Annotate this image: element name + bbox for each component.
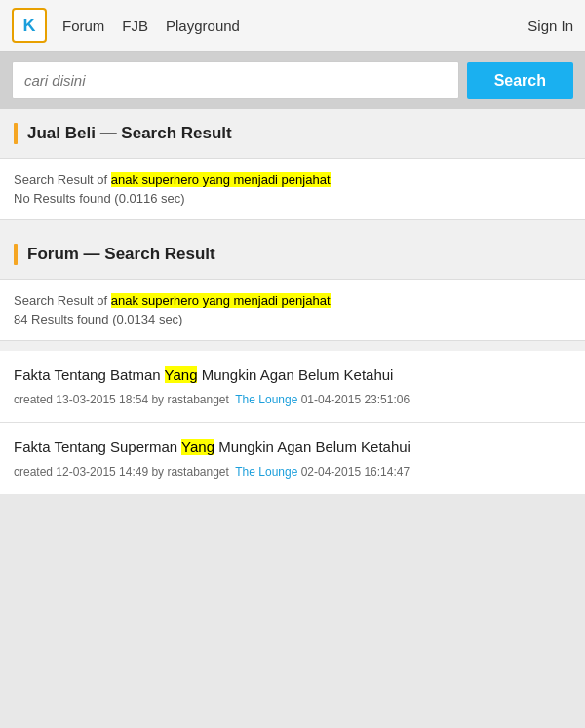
search-button[interactable]: Search (467, 62, 573, 99)
sign-in-link[interactable]: Sign In (527, 18, 573, 34)
meta-lounge[interactable]: The Lounge (235, 393, 297, 406)
title-before: Fakta Tentang Batman (14, 366, 165, 383)
forum-result-count: 84 Results found (0.0134 sec) (14, 312, 571, 326)
forum-result-item: Fakta Tentang Batman Yang Mungkin Agan B… (0, 351, 585, 423)
forum-body: Search Result of anak superhero yang men… (0, 279, 585, 341)
nav-forum[interactable]: Forum (62, 18, 104, 34)
search-bar: Search (0, 52, 585, 109)
title-before: Fakta Tentang Superman (14, 439, 181, 455)
jual-beli-result-label: Search Result of anak superhero yang men… (14, 172, 571, 187)
meta-lounge[interactable]: The Lounge (235, 465, 297, 479)
result-title[interactable]: Fakta Tentang Superman Yang Mungkin Agan… (14, 437, 571, 457)
nav-playground[interactable]: Playground (166, 18, 240, 34)
title-highlight: Yang (181, 439, 214, 455)
result-label-prefix: Search Result of (14, 172, 111, 187)
jual-beli-body: Search Result of anak superhero yang men… (0, 158, 585, 220)
jual-beli-query: anak superhero yang menjadi penjahat (111, 172, 331, 187)
result-title[interactable]: Fakta Tentang Batman Yang Mungkin Agan B… (14, 364, 571, 385)
title-after: Mungkin Agan Belum Ketahui (214, 439, 410, 455)
forum-result-label: Search Result of anak superhero yang men… (14, 293, 571, 308)
jual-beli-header: Jual Beli — Search Result (0, 109, 585, 158)
search-input[interactable] (12, 61, 459, 99)
jual-beli-section: Jual Beli — Search Result Search Result … (0, 109, 585, 220)
forum-section: Forum — Search Result Search Result of a… (0, 230, 585, 494)
result-meta: created 13-03-2015 18:54 by rastabanget … (14, 391, 571, 408)
logo-text: K (23, 16, 36, 36)
meta-created: created 13-03-2015 18:54 by rastabanget (14, 393, 235, 406)
forum-result-item: Fakta Tentang Superman Yang Mungkin Agan… (0, 423, 585, 494)
forum-query: anak superhero yang menjadi penjahat (111, 293, 331, 308)
meta-date2: 02-04-2015 16:14:47 (297, 465, 410, 479)
title-highlight: Yang (165, 366, 198, 383)
meta-date2: 01-04-2015 23:51:06 (297, 393, 410, 406)
section-bar-jual-beli (14, 123, 18, 144)
jual-beli-title: Jual Beli — Search Result (27, 124, 232, 143)
header: K Forum FJB Playground Sign In (0, 0, 585, 52)
jual-beli-result-count: No Results found (0.0116 sec) (14, 191, 571, 206)
forum-result-label-prefix: Search Result of (14, 293, 111, 308)
section-bar-forum (14, 244, 18, 265)
forum-results-list: Fakta Tentang Batman Yang Mungkin Agan B… (0, 351, 585, 494)
result-meta: created 12-03-2015 14:49 by rastabanget … (14, 463, 571, 480)
forum-title: Forum — Search Result (27, 245, 215, 264)
nav: Forum FJB Playground (62, 18, 512, 34)
title-after: Mungkin Agan Belum Ketahui (197, 366, 393, 383)
meta-created: created 12-03-2015 14:49 by rastabanget (14, 465, 235, 479)
content: Jual Beli — Search Result Search Result … (0, 109, 585, 494)
forum-header: Forum — Search Result (0, 230, 585, 279)
logo[interactable]: K (12, 8, 47, 43)
nav-fjb[interactable]: FJB (122, 18, 148, 34)
